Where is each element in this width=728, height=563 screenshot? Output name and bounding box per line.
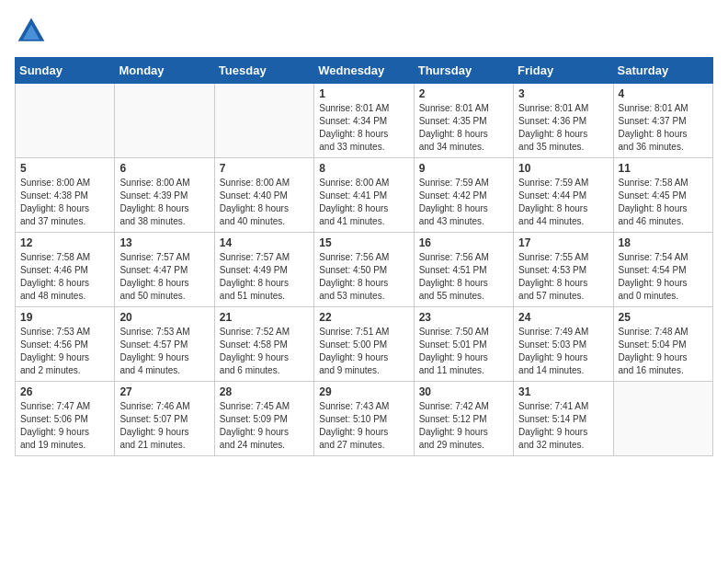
day-info: Sunrise: 7:57 AM Sunset: 4:47 PM Dayligh…	[119, 251, 209, 303]
day-number: 28	[220, 385, 309, 398]
weekday-header-row: SundayMondayTuesdayWednesdayThursdayFrid…	[16, 58, 713, 84]
day-number: 17	[518, 236, 608, 249]
day-cell: 20Sunrise: 7:53 AM Sunset: 4:57 PM Dayli…	[115, 307, 214, 382]
day-cell: 1Sunrise: 8:01 AM Sunset: 4:34 PM Daylig…	[314, 84, 414, 158]
day-cell: 27Sunrise: 7:46 AM Sunset: 5:07 PM Dayli…	[115, 382, 214, 456]
day-info: Sunrise: 7:57 AM Sunset: 4:49 PM Dayligh…	[220, 251, 309, 303]
day-cell: 4Sunrise: 8:01 AM Sunset: 4:37 PM Daylig…	[613, 84, 712, 158]
weekday-header-wednesday: Wednesday	[314, 58, 414, 84]
day-info: Sunrise: 7:59 AM Sunset: 4:42 PM Dayligh…	[419, 177, 508, 228]
day-cell: 22Sunrise: 7:51 AM Sunset: 5:00 PM Dayli…	[314, 307, 414, 382]
day-info: Sunrise: 8:01 AM Sunset: 4:36 PM Dayligh…	[518, 102, 608, 154]
weekday-header-friday: Friday	[514, 58, 613, 84]
day-number: 27	[119, 385, 209, 398]
day-cell: 16Sunrise: 7:56 AM Sunset: 4:51 PM Dayli…	[414, 233, 513, 307]
day-cell: 2Sunrise: 8:01 AM Sunset: 4:35 PM Daylig…	[414, 84, 513, 158]
day-cell: 11Sunrise: 7:58 AM Sunset: 4:45 PM Dayli…	[613, 158, 712, 233]
week-row-4: 26Sunrise: 7:47 AM Sunset: 5:06 PM Dayli…	[16, 382, 713, 456]
weekday-header-monday: Monday	[115, 58, 214, 84]
day-number: 25	[619, 311, 708, 324]
day-number: 4	[619, 87, 708, 100]
day-number: 11	[619, 162, 708, 175]
day-cell: 24Sunrise: 7:49 AM Sunset: 5:03 PM Dayli…	[514, 307, 613, 382]
day-cell	[16, 84, 115, 158]
day-info: Sunrise: 7:52 AM Sunset: 4:58 PM Dayligh…	[220, 326, 309, 377]
day-info: Sunrise: 8:00 AM Sunset: 4:38 PM Dayligh…	[20, 177, 109, 228]
day-info: Sunrise: 7:58 AM Sunset: 4:45 PM Dayligh…	[619, 177, 708, 228]
day-cell: 26Sunrise: 7:47 AM Sunset: 5:06 PM Dayli…	[16, 382, 115, 456]
day-info: Sunrise: 7:53 AM Sunset: 4:56 PM Dayligh…	[20, 326, 109, 377]
day-cell: 17Sunrise: 7:55 AM Sunset: 4:53 PM Dayli…	[514, 233, 613, 307]
day-cell: 10Sunrise: 7:59 AM Sunset: 4:44 PM Dayli…	[514, 158, 613, 233]
week-row-1: 5Sunrise: 8:00 AM Sunset: 4:38 PM Daylig…	[16, 158, 713, 233]
day-number: 26	[20, 385, 109, 398]
day-number: 16	[419, 236, 508, 249]
day-number: 31	[518, 385, 608, 398]
day-cell: 6Sunrise: 8:00 AM Sunset: 4:39 PM Daylig…	[115, 158, 214, 233]
day-info: Sunrise: 7:45 AM Sunset: 5:09 PM Dayligh…	[220, 400, 309, 452]
day-number: 29	[319, 385, 408, 398]
day-cell	[214, 84, 313, 158]
day-number: 24	[518, 311, 608, 324]
day-info: Sunrise: 7:46 AM Sunset: 5:07 PM Dayligh…	[119, 400, 209, 452]
day-cell: 28Sunrise: 7:45 AM Sunset: 5:09 PM Dayli…	[214, 382, 313, 456]
day-cell: 5Sunrise: 8:00 AM Sunset: 4:38 PM Daylig…	[16, 158, 115, 233]
day-info: Sunrise: 7:47 AM Sunset: 5:06 PM Dayligh…	[20, 400, 109, 452]
day-number: 3	[518, 87, 608, 100]
day-number: 14	[220, 236, 309, 249]
day-number: 10	[518, 162, 608, 175]
day-number: 23	[419, 311, 508, 324]
header	[15, 15, 713, 48]
day-cell: 23Sunrise: 7:50 AM Sunset: 5:01 PM Dayli…	[414, 307, 513, 382]
day-info: Sunrise: 8:01 AM Sunset: 4:35 PM Dayligh…	[419, 102, 508, 154]
day-info: Sunrise: 7:43 AM Sunset: 5:10 PM Dayligh…	[319, 400, 408, 452]
day-info: Sunrise: 8:00 AM Sunset: 4:40 PM Dayligh…	[220, 177, 309, 228]
day-cell: 30Sunrise: 7:42 AM Sunset: 5:12 PM Dayli…	[414, 382, 513, 456]
day-cell	[115, 84, 214, 158]
week-row-2: 12Sunrise: 7:58 AM Sunset: 4:46 PM Dayli…	[16, 233, 713, 307]
weekday-header-thursday: Thursday	[414, 58, 513, 84]
day-cell: 13Sunrise: 7:57 AM Sunset: 4:47 PM Dayli…	[115, 233, 214, 307]
day-info: Sunrise: 8:01 AM Sunset: 4:37 PM Dayligh…	[619, 102, 708, 154]
day-number: 18	[619, 236, 708, 249]
week-row-3: 19Sunrise: 7:53 AM Sunset: 4:56 PM Dayli…	[16, 307, 713, 382]
weekday-header-tuesday: Tuesday	[214, 58, 313, 84]
day-cell: 8Sunrise: 8:00 AM Sunset: 4:41 PM Daylig…	[314, 158, 414, 233]
day-cell: 12Sunrise: 7:58 AM Sunset: 4:46 PM Dayli…	[16, 233, 115, 307]
day-cell: 21Sunrise: 7:52 AM Sunset: 4:58 PM Dayli…	[214, 307, 313, 382]
day-number: 2	[419, 87, 508, 100]
day-cell	[613, 382, 712, 456]
day-number: 19	[20, 311, 109, 324]
day-number: 15	[319, 236, 408, 249]
day-info: Sunrise: 7:51 AM Sunset: 5:00 PM Dayligh…	[319, 326, 408, 377]
day-number: 5	[20, 162, 109, 175]
day-number: 30	[419, 385, 508, 398]
day-number: 6	[119, 162, 209, 175]
week-row-0: 1Sunrise: 8:01 AM Sunset: 4:34 PM Daylig…	[16, 84, 713, 158]
day-cell: 25Sunrise: 7:48 AM Sunset: 5:04 PM Dayli…	[613, 307, 712, 382]
weekday-header-sunday: Sunday	[16, 58, 115, 84]
day-cell: 7Sunrise: 8:00 AM Sunset: 4:40 PM Daylig…	[214, 158, 313, 233]
day-info: Sunrise: 7:42 AM Sunset: 5:12 PM Dayligh…	[419, 400, 508, 452]
day-cell: 29Sunrise: 7:43 AM Sunset: 5:10 PM Dayli…	[314, 382, 414, 456]
day-info: Sunrise: 7:56 AM Sunset: 4:51 PM Dayligh…	[419, 251, 508, 303]
day-info: Sunrise: 7:41 AM Sunset: 5:14 PM Dayligh…	[518, 400, 608, 452]
day-cell: 14Sunrise: 7:57 AM Sunset: 4:49 PM Dayli…	[214, 233, 313, 307]
day-info: Sunrise: 7:48 AM Sunset: 5:04 PM Dayligh…	[619, 326, 708, 377]
day-number: 12	[20, 236, 109, 249]
logo	[15, 15, 53, 48]
day-cell: 19Sunrise: 7:53 AM Sunset: 4:56 PM Dayli…	[16, 307, 115, 382]
day-cell: 18Sunrise: 7:54 AM Sunset: 4:54 PM Dayli…	[613, 233, 712, 307]
day-cell: 9Sunrise: 7:59 AM Sunset: 4:42 PM Daylig…	[414, 158, 513, 233]
day-info: Sunrise: 7:58 AM Sunset: 4:46 PM Dayligh…	[20, 251, 109, 303]
day-info: Sunrise: 8:01 AM Sunset: 4:34 PM Dayligh…	[319, 102, 408, 154]
day-info: Sunrise: 7:53 AM Sunset: 4:57 PM Dayligh…	[119, 326, 209, 377]
day-number: 1	[319, 87, 408, 100]
day-number: 21	[220, 311, 309, 324]
page: SundayMondayTuesdayWednesdayThursdayFrid…	[0, 0, 728, 471]
day-info: Sunrise: 7:50 AM Sunset: 5:01 PM Dayligh…	[419, 326, 508, 377]
day-info: Sunrise: 8:00 AM Sunset: 4:41 PM Dayligh…	[319, 177, 408, 228]
weekday-header-saturday: Saturday	[613, 58, 712, 84]
logo-icon	[15, 15, 48, 48]
day-info: Sunrise: 7:55 AM Sunset: 4:53 PM Dayligh…	[518, 251, 608, 303]
